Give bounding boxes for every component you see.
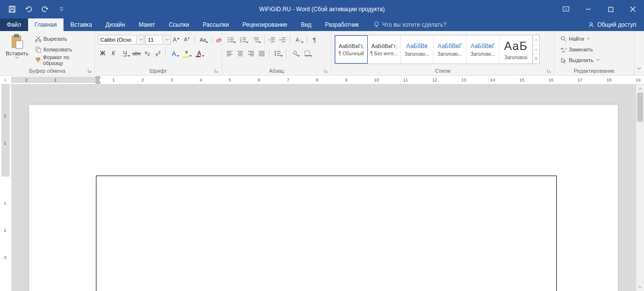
tab-mailings[interactable]: Рассылки xyxy=(196,18,236,31)
shading-button[interactable] xyxy=(289,48,300,58)
styles-dialog-launcher[interactable] xyxy=(546,68,552,74)
document-area[interactable] xyxy=(12,84,636,291)
save-button[interactable] xyxy=(5,2,19,16)
copy-icon xyxy=(35,46,42,53)
svg-point-16 xyxy=(228,37,229,38)
group-styles: АаБбВвГг,¶ Обычный АаБбВвГг,¶ Без инте..… xyxy=(331,31,554,75)
chevron-down-icon xyxy=(597,59,599,61)
text-effects-button[interactable]: A xyxy=(168,48,180,58)
grow-font-button[interactable]: A▲ xyxy=(172,35,181,45)
svg-text:ac: ac xyxy=(562,50,565,53)
group-label-paragraph: Абзац xyxy=(269,68,284,74)
redo-button[interactable] xyxy=(38,2,52,16)
tab-insert[interactable]: Вставка xyxy=(63,18,99,31)
font-color-button[interactable]: A xyxy=(193,48,205,58)
copy-button[interactable]: Копировать xyxy=(33,45,90,54)
bullets-button[interactable] xyxy=(225,35,236,45)
style-normal[interactable]: АаБбВвГг,¶ Обычный xyxy=(335,35,368,64)
style-heading1[interactable]: АаБбВвЗаголово... xyxy=(401,35,434,64)
tab-references[interactable]: Ссылки xyxy=(162,18,196,31)
cut-button[interactable]: Вырезать xyxy=(33,34,90,44)
numbering-icon: 123 xyxy=(240,37,247,43)
ribbon-options-button[interactable] xyxy=(555,0,577,18)
decrease-indent-button[interactable] xyxy=(267,35,277,45)
font-dialog-launcher[interactable] xyxy=(214,68,220,74)
borders-button[interactable] xyxy=(301,48,313,58)
tab-file[interactable]: Файл xyxy=(0,18,28,31)
search-icon xyxy=(561,36,567,42)
indent-icon xyxy=(279,37,286,43)
tab-home[interactable]: Главная xyxy=(28,18,64,31)
tab-view[interactable]: Вид xyxy=(294,18,318,31)
lightbulb-icon xyxy=(374,21,379,28)
tab-review[interactable]: Рецензирование xyxy=(236,18,294,31)
scroll-down-button[interactable] xyxy=(636,283,644,291)
select-button[interactable]: Выделить xyxy=(559,55,601,65)
align-center-button[interactable] xyxy=(236,48,245,58)
line-spacing-button[interactable] xyxy=(272,48,283,58)
superscript-button[interactable]: x2 xyxy=(153,48,163,58)
show-marks-button[interactable]: ¶ xyxy=(310,35,319,45)
justify-button[interactable] xyxy=(257,48,267,58)
sort-button[interactable]: A↓ xyxy=(293,35,304,45)
share-button[interactable]: Общий доступ xyxy=(583,18,641,31)
underline-button[interactable]: Ч xyxy=(119,48,131,58)
close-button[interactable] xyxy=(622,0,644,18)
clipboard-icon xyxy=(10,34,24,49)
style-no-spacing[interactable]: АаБбВвГг,¶ Без инте... xyxy=(368,35,401,64)
font-name-combobox[interactable]: Calibri (Осно xyxy=(98,35,137,45)
tell-me-search[interactable]: Что вы хотите сделать? xyxy=(366,18,447,31)
style-heading2[interactable]: АаБбВвГЗаголово... xyxy=(434,35,467,64)
borders-icon xyxy=(304,50,311,57)
bold-button[interactable]: Ж xyxy=(98,48,108,58)
paste-button[interactable]: Вставить xyxy=(3,33,31,60)
increase-indent-button[interactable] xyxy=(278,35,287,45)
scroll-thumb[interactable] xyxy=(637,93,643,122)
italic-button[interactable]: К xyxy=(109,48,118,58)
scroll-up-button[interactable] xyxy=(636,84,644,93)
gallery-down-button[interactable] xyxy=(533,45,539,55)
shrink-font-button[interactable]: A▼ xyxy=(182,35,192,45)
font-size-dropdown[interactable] xyxy=(164,35,171,45)
svg-rect-8 xyxy=(15,34,18,37)
group-font: Calibri (Осно 11 A▲ A▼ Aa Ж К Ч abc x2 x… xyxy=(95,31,222,75)
style-heading3[interactable]: АаБбВвГЗаголово... xyxy=(467,35,500,64)
clear-formatting-button[interactable] xyxy=(214,35,224,45)
svg-rect-4 xyxy=(609,7,613,12)
find-button[interactable]: Найти xyxy=(559,34,601,44)
highlight-button[interactable] xyxy=(181,48,192,58)
multilevel-button[interactable] xyxy=(250,35,262,45)
tab-layout[interactable]: Макет xyxy=(132,18,162,31)
svg-point-17 xyxy=(228,39,229,40)
style-title[interactable]: АаБЗаголовок xyxy=(500,35,533,64)
window-controls xyxy=(555,0,644,18)
paragraph-dialog-launcher[interactable] xyxy=(323,68,329,74)
clipboard-dialog-launcher[interactable] xyxy=(87,68,93,74)
tab-design[interactable]: Дизайн xyxy=(99,18,132,31)
svg-point-22 xyxy=(296,54,298,56)
horizontal-ruler[interactable]: L 2112345678910111213141516171819 xyxy=(0,76,644,84)
table[interactable] xyxy=(96,176,557,291)
page[interactable] xyxy=(29,105,618,291)
format-painter-button[interactable]: Формат по образцу xyxy=(33,55,90,65)
maximize-button[interactable] xyxy=(599,0,622,18)
change-case-button[interactable]: Aa xyxy=(197,35,209,45)
font-size-combobox[interactable]: 11 xyxy=(145,35,163,45)
vertical-scrollbar[interactable] xyxy=(636,84,644,291)
vertical-ruler[interactable]: 21123 xyxy=(0,84,12,291)
gallery-more-button[interactable] xyxy=(533,54,539,64)
font-name-dropdown[interactable] xyxy=(138,35,144,45)
window-title: WiFiGiD.RU - Word (Сбой активации продук… xyxy=(259,6,385,13)
gallery-up-button[interactable] xyxy=(533,35,539,45)
minimize-button[interactable] xyxy=(577,0,599,18)
align-right-button[interactable] xyxy=(246,48,256,58)
tab-developer[interactable]: Разработчик xyxy=(318,18,366,31)
subscript-button[interactable]: x2 xyxy=(142,48,152,58)
numbering-button[interactable]: 123 xyxy=(237,35,249,45)
undo-button[interactable] xyxy=(21,2,36,16)
qat-customize-button[interactable] xyxy=(54,2,69,16)
strikethrough-button[interactable]: abc xyxy=(132,48,141,58)
align-left-button[interactable] xyxy=(225,48,235,58)
replace-button[interactable]: abac Заменить xyxy=(559,45,601,54)
collapse-ribbon-button[interactable] xyxy=(634,64,644,73)
